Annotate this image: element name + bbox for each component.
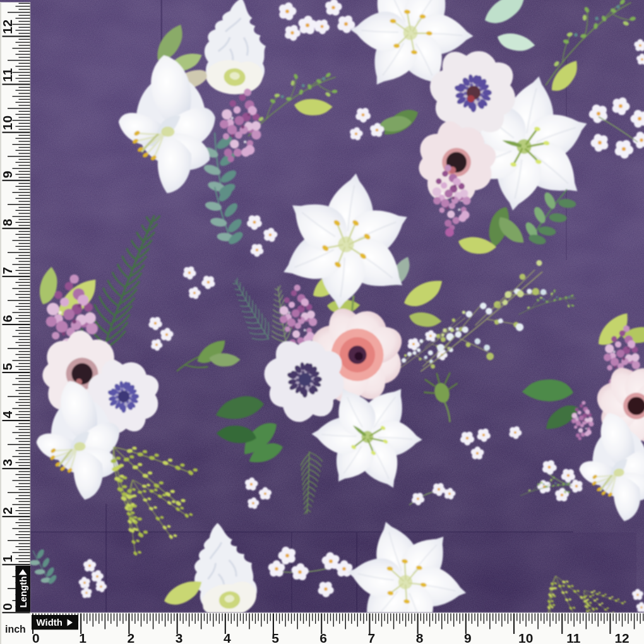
svg-text:0: 0 bbox=[32, 631, 40, 644]
svg-text:11: 11 bbox=[0, 68, 15, 83]
svg-text:2: 2 bbox=[0, 507, 15, 515]
svg-text:7: 7 bbox=[0, 267, 15, 275]
svg-text:1: 1 bbox=[0, 555, 15, 563]
svg-text:8: 8 bbox=[0, 218, 15, 226]
svg-text:11: 11 bbox=[566, 631, 581, 644]
svg-text:8: 8 bbox=[416, 631, 424, 644]
svg-text:10: 10 bbox=[518, 631, 533, 644]
svg-text:4: 4 bbox=[224, 631, 231, 644]
svg-text:6: 6 bbox=[319, 631, 327, 644]
svg-text:4: 4 bbox=[0, 411, 15, 419]
svg-text:6: 6 bbox=[0, 315, 15, 323]
svg-text:2: 2 bbox=[128, 631, 135, 644]
svg-text:12: 12 bbox=[614, 631, 629, 644]
svg-text:1: 1 bbox=[79, 631, 86, 644]
svg-text:5: 5 bbox=[0, 363, 15, 371]
svg-text:10: 10 bbox=[0, 116, 15, 130]
svg-text:7: 7 bbox=[368, 631, 376, 644]
svg-text:9: 9 bbox=[464, 631, 472, 644]
svg-text:Width: Width bbox=[37, 617, 63, 628]
svg-text:inch: inch bbox=[5, 624, 26, 635]
svg-text:12: 12 bbox=[0, 20, 15, 34]
svg-text:3: 3 bbox=[0, 459, 15, 467]
svg-text:9: 9 bbox=[0, 171, 15, 179]
svg-text:3: 3 bbox=[176, 631, 183, 644]
svg-text:5: 5 bbox=[271, 631, 279, 644]
svg-text:0: 0 bbox=[0, 603, 15, 611]
svg-text:Length: Length bbox=[18, 576, 28, 608]
